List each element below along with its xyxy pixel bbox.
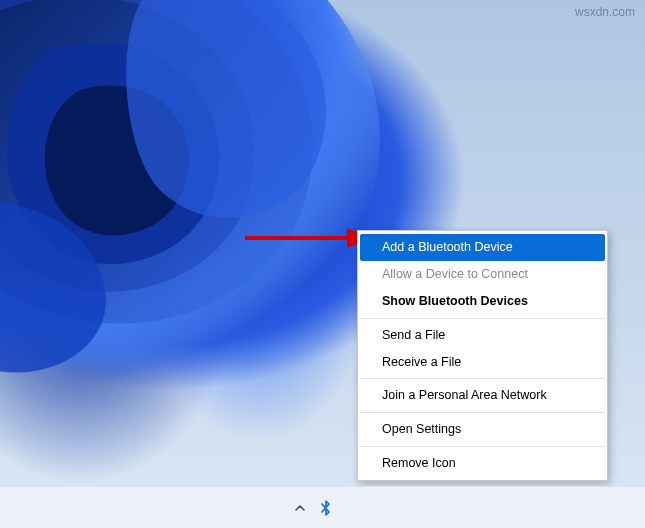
menu-item-show-bluetooth-devices[interactable]: Show Bluetooth Devices [360,288,605,315]
menu-separator [360,412,605,413]
menu-item-receive-file[interactable]: Receive a File [360,349,605,376]
menu-item-join-pan[interactable]: Join a Personal Area Network [360,382,605,409]
menu-separator [360,446,605,447]
tray-bluetooth-icon[interactable] [318,500,334,516]
tray-chevron-up-icon[interactable] [292,500,308,516]
menu-separator [360,378,605,379]
menu-item-open-settings[interactable]: Open Settings [360,416,605,443]
bluetooth-context-menu: Add a Bluetooth Device Allow a Device to… [357,230,608,481]
menu-item-remove-icon[interactable]: Remove Icon [360,450,605,477]
menu-item-allow-device-connect: Allow a Device to Connect [360,261,605,288]
menu-separator [360,318,605,319]
taskbar [0,486,645,528]
watermark-text: wsxdn.com [575,5,635,19]
system-tray [292,500,334,516]
menu-item-send-file[interactable]: Send a File [360,322,605,349]
menu-item-add-bluetooth-device[interactable]: Add a Bluetooth Device [360,234,605,261]
